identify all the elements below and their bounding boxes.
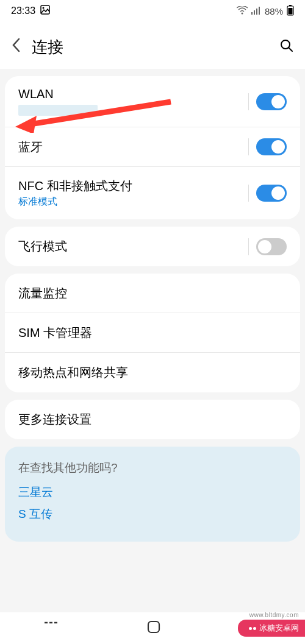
- setting-hotspot[interactable]: 移动热点和网络共享: [5, 353, 300, 392]
- watermark-url: www.bltdmy.com: [249, 612, 299, 618]
- svg-rect-3: [251, 12, 253, 15]
- svg-rect-18: [148, 621, 159, 632]
- connection-card-4: 更多连接设置: [5, 400, 300, 439]
- watermark-text: 冰糖安卓网: [259, 623, 299, 634]
- wlan-title: WLAN: [18, 87, 241, 101]
- s-transfer-link[interactable]: S 互传: [18, 506, 287, 522]
- status-time: 23:33: [11, 5, 35, 16]
- more-conn-title: 更多连接设置: [18, 411, 287, 428]
- svg-rect-9: [289, 8, 293, 15]
- battery-pct: 88%: [265, 6, 283, 16]
- svg-rect-5: [256, 9, 257, 15]
- samsung-cloud-link[interactable]: 三星云: [18, 484, 287, 500]
- svg-line-11: [289, 48, 292, 51]
- wifi-icon: [237, 6, 248, 16]
- connection-card-3: 流量监控 SIM 卡管理器 移动热点和网络共享: [5, 274, 300, 392]
- setting-sim[interactable]: SIM 卡管理器: [5, 313, 300, 353]
- connection-card-2: 飞行模式: [5, 227, 300, 266]
- signal-icon: [251, 6, 261, 16]
- nav-home[interactable]: [147, 620, 160, 636]
- setting-bluetooth[interactable]: 蓝牙: [5, 127, 300, 167]
- header: 连接: [0, 22, 305, 69]
- divider: [248, 238, 249, 255]
- divider: [248, 93, 249, 110]
- svg-rect-4: [254, 10, 255, 15]
- watermark-badge: 冰糖安卓网: [238, 620, 305, 637]
- gallery-icon: [40, 5, 50, 17]
- setting-nfc[interactable]: NFC 和非接触式支付 标准模式: [5, 167, 300, 219]
- looking-for-card: 在查找其他功能吗? 三星云 S 互传: [5, 447, 300, 542]
- setting-more-connections[interactable]: 更多连接设置: [5, 400, 300, 439]
- status-bar: 23:33 88%: [0, 0, 305, 22]
- wlan-network-name: [18, 105, 98, 116]
- svg-point-1: [43, 7, 45, 9]
- search-button[interactable]: [279, 38, 294, 57]
- hotspot-title: 移动热点和网络共享: [18, 364, 287, 381]
- sim-title: SIM 卡管理器: [18, 325, 287, 341]
- airplane-title: 飞行模式: [18, 238, 241, 255]
- bluetooth-title: 蓝牙: [18, 139, 241, 155]
- connection-card-1: WLAN 蓝牙 NFC 和非接触式支付 标准模式: [5, 76, 300, 219]
- setting-wlan[interactable]: WLAN: [5, 76, 300, 127]
- back-button[interactable]: [11, 37, 21, 57]
- svg-rect-6: [259, 7, 260, 15]
- svg-point-2: [241, 12, 243, 14]
- airplane-toggle[interactable]: [256, 238, 287, 255]
- nfc-subtitle: 标准模式: [18, 196, 241, 208]
- nfc-toggle[interactable]: [256, 185, 287, 202]
- battery-icon: [287, 5, 294, 18]
- looking-for-title: 在查找其他功能吗?: [18, 460, 287, 476]
- nfc-title: NFC 和非接触式支付: [18, 178, 241, 194]
- setting-airplane[interactable]: 飞行模式: [5, 227, 300, 266]
- nav-recents[interactable]: [45, 621, 58, 635]
- divider: [248, 138, 249, 155]
- setting-data-usage[interactable]: 流量监控: [5, 274, 300, 313]
- data-usage-title: 流量监控: [18, 285, 287, 302]
- divider: [248, 185, 249, 202]
- wlan-toggle[interactable]: [256, 93, 287, 110]
- bluetooth-toggle[interactable]: [256, 138, 287, 155]
- page-title: 连接: [32, 37, 268, 58]
